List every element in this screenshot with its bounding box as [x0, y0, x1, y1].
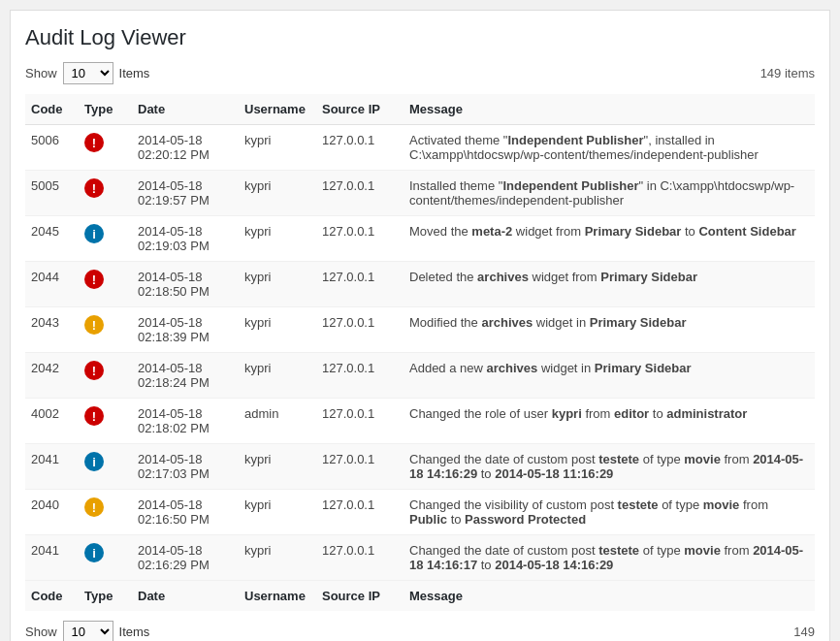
- cell-type: i: [79, 444, 132, 490]
- cell-code: 2042: [25, 353, 79, 399]
- table-footer-row: Code Type Date Username Source IP Messag…: [25, 581, 815, 612]
- col-footer-type: Type: [79, 581, 132, 612]
- table-row: 2042!2014-05-1802:18:24 PMkypri127.0.0.1…: [25, 353, 815, 399]
- table-header-row: Code Type Date Username Source IP Messag…: [25, 94, 815, 125]
- table-body: 5006!2014-05-1802:20:12 PMkypri127.0.0.1…: [25, 125, 815, 581]
- error-icon: !: [84, 133, 104, 152]
- cell-type: i: [79, 216, 132, 262]
- cell-code: 2041: [25, 444, 79, 490]
- col-header-date: Date: [132, 94, 239, 125]
- cell-username: kypri: [239, 262, 316, 307]
- table-row: 5005!2014-05-1802:19:57 PMkypri127.0.0.1…: [25, 171, 815, 216]
- cell-date: 2014-05-1802:18:24 PM: [132, 353, 239, 399]
- cell-date: 2014-05-1802:16:50 PM: [132, 490, 239, 535]
- error-icon: !: [84, 406, 104, 426]
- cell-date: 2014-05-1802:17:03 PM: [132, 444, 239, 490]
- cell-username: kypri: [239, 353, 316, 399]
- cell-username: kypri: [239, 444, 316, 490]
- footer-total-right: 149: [793, 625, 815, 639]
- cell-source-ip: 127.0.0.1: [316, 307, 404, 353]
- warning-icon: !: [84, 315, 104, 335]
- col-footer-message: Message: [404, 581, 815, 612]
- table-row: 2041i2014-05-1802:17:03 PMkypri127.0.0.1…: [25, 444, 815, 490]
- toolbar-left: Show 10 5 25 50 100 Items: [25, 62, 149, 84]
- page-title: Audit Log Viewer: [25, 25, 815, 50]
- items-label: Items: [119, 66, 150, 80]
- total-items-count: 149 items: [760, 66, 815, 80]
- footer-items-label: Items: [119, 625, 150, 639]
- cell-message: Deleted the archives widget from Primary…: [404, 262, 815, 307]
- cell-date: 2014-05-1802:18:39 PM: [132, 307, 239, 353]
- cell-date: 2014-05-1802:18:02 PM: [132, 399, 239, 444]
- col-header-code: Code: [25, 94, 79, 125]
- footer-show-label: Show: [25, 625, 57, 639]
- col-header-username: Username: [239, 94, 316, 125]
- table-row: 5006!2014-05-1802:20:12 PMkypri127.0.0.1…: [25, 125, 815, 171]
- cell-source-ip: 127.0.0.1: [316, 125, 404, 171]
- cell-message: Installed theme "Independent Publisher" …: [404, 171, 815, 216]
- cell-source-ip: 127.0.0.1: [316, 216, 404, 262]
- cell-code: 2044: [25, 262, 79, 307]
- cell-code: 5005: [25, 171, 79, 216]
- cell-source-ip: 127.0.0.1: [316, 262, 404, 307]
- cell-source-ip: 127.0.0.1: [316, 535, 404, 581]
- col-footer-code: Code: [25, 581, 79, 612]
- cell-source-ip: 127.0.0.1: [316, 444, 404, 490]
- cell-type: !: [79, 353, 132, 399]
- table-row: 2043!2014-05-1802:18:39 PMkypri127.0.0.1…: [25, 307, 815, 353]
- cell-type: i: [79, 535, 132, 581]
- show-label: Show: [25, 66, 57, 80]
- cell-message: Moved the meta-2 widget from Primary Sid…: [404, 216, 815, 262]
- cell-message: Added a new archives widget in Primary S…: [404, 353, 815, 399]
- cell-message: Changed the visibility of custom post te…: [404, 490, 815, 535]
- footer-items-per-page-select[interactable]: 10 5 25 50 100: [63, 621, 113, 641]
- cell-username: kypri: [239, 125, 316, 171]
- cell-type: !: [79, 307, 132, 353]
- cell-date: 2014-05-1802:20:12 PM: [132, 125, 239, 171]
- cell-code: 2045: [25, 216, 79, 262]
- cell-date: 2014-05-1802:16:29 PM: [132, 535, 239, 581]
- cell-type: !: [79, 171, 132, 216]
- error-icon: !: [84, 361, 104, 380]
- toolbar: Show 10 5 25 50 100 Items 149 items: [25, 62, 815, 84]
- cell-source-ip: 127.0.0.1: [316, 399, 404, 444]
- cell-type: !: [79, 399, 132, 444]
- cell-code: 2043: [25, 307, 79, 353]
- info-icon: i: [84, 452, 104, 471]
- cell-code: 2041: [25, 535, 79, 581]
- table-row: 2045i2014-05-1802:19:03 PMkypri127.0.0.1…: [25, 216, 815, 262]
- info-icon: i: [84, 224, 104, 243]
- cell-source-ip: 127.0.0.1: [316, 490, 404, 535]
- cell-type: !: [79, 125, 132, 171]
- col-footer-date: Date: [132, 581, 239, 612]
- page-wrapper: Audit Log Viewer Show 10 5 25 50 100 Ite…: [10, 10, 830, 641]
- cell-source-ip: 127.0.0.1: [316, 353, 404, 399]
- col-header-type: Type: [79, 94, 132, 125]
- table-row: 4002!2014-05-1802:18:02 PMadmin127.0.0.1…: [25, 399, 815, 444]
- cell-code: 2040: [25, 490, 79, 535]
- cell-date: 2014-05-1802:19:57 PM: [132, 171, 239, 216]
- table-row: 2041i2014-05-1802:16:29 PMkypri127.0.0.1…: [25, 535, 815, 581]
- cell-message: Modified the archives widget in Primary …: [404, 307, 815, 353]
- cell-username: kypri: [239, 490, 316, 535]
- items-per-page-select[interactable]: 10 5 25 50 100: [63, 62, 113, 84]
- cell-message: Changed the role of user kypri from edit…: [404, 399, 815, 444]
- col-footer-sourceip: Source IP: [316, 581, 404, 612]
- col-footer-username: Username: [239, 581, 316, 612]
- cell-username: kypri: [239, 216, 316, 262]
- cell-code: 4002: [25, 399, 79, 444]
- cell-code: 5006: [25, 125, 79, 171]
- cell-type: !: [79, 262, 132, 307]
- footer-bar: Show 10 5 25 50 100 Items 149: [25, 621, 815, 641]
- audit-log-table: Code Type Date Username Source IP Messag…: [25, 94, 815, 611]
- cell-username: kypri: [239, 307, 316, 353]
- info-icon: i: [84, 543, 104, 562]
- error-icon: !: [84, 270, 104, 289]
- footer-toolbar-left: Show 10 5 25 50 100 Items: [25, 621, 149, 641]
- cell-date: 2014-05-1802:18:50 PM: [132, 262, 239, 307]
- cell-username: kypri: [239, 535, 316, 581]
- cell-message: Activated theme "Independent Publisher",…: [404, 125, 815, 171]
- error-icon: !: [84, 178, 104, 198]
- cell-username: kypri: [239, 171, 316, 216]
- col-header-message: Message: [404, 94, 815, 125]
